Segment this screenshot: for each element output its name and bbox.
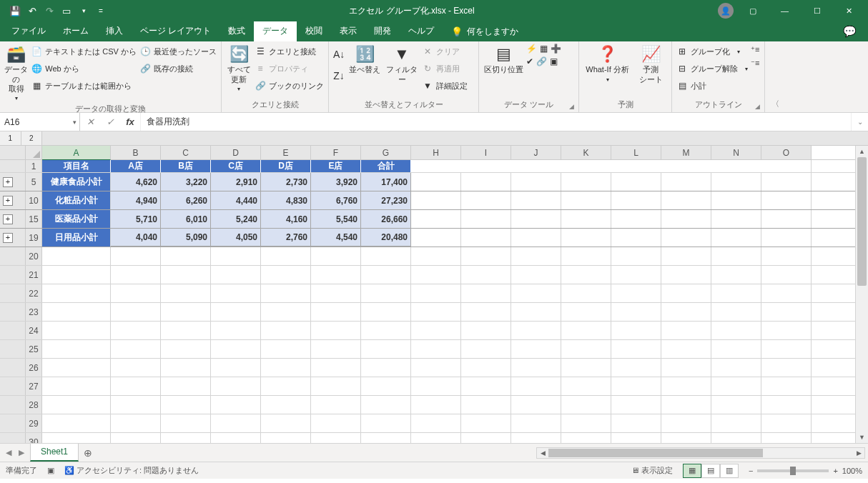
cell[interactable] (561, 173, 611, 191)
expand-group-button[interactable]: + (3, 196, 13, 206)
advanced-filter-button[interactable]: ▼詳細設定 (422, 78, 468, 94)
cell[interactable] (711, 414, 761, 432)
zoom-in-button[interactable]: + (833, 467, 837, 475)
row-header[interactable]: 28 (26, 396, 42, 414)
row-header[interactable]: 1 (26, 160, 42, 172)
cell[interactable] (711, 359, 761, 377)
cell[interactable] (361, 340, 411, 358)
cell[interactable] (561, 266, 611, 284)
cell[interactable] (661, 359, 711, 377)
cell[interactable] (461, 322, 511, 339)
cell[interactable] (561, 160, 611, 172)
cell[interactable] (661, 266, 711, 284)
row-header[interactable]: 19 (26, 229, 42, 247)
cell[interactable] (211, 266, 261, 284)
existing-connections-button[interactable]: 🔗既存の接続 (139, 61, 217, 76)
cell[interactable]: 2,910 (211, 173, 261, 191)
tab-home[interactable]: ホーム (54, 21, 97, 41)
zoom-slider[interactable] (757, 469, 829, 472)
cell[interactable] (261, 377, 311, 395)
cell[interactable] (511, 322, 561, 339)
ungroup-button[interactable]: ⊟グループ解除▾ (676, 61, 748, 76)
cell[interactable] (42, 303, 111, 321)
cell[interactable] (661, 210, 711, 228)
display-settings-button[interactable]: 🖥 表示設定 (631, 465, 673, 476)
cell[interactable] (461, 210, 511, 228)
cell[interactable] (661, 173, 711, 191)
cell[interactable] (361, 284, 411, 302)
maximize-button[interactable]: ☐ (801, 0, 833, 21)
normal-view-button[interactable]: ▦ (683, 464, 701, 478)
cell[interactable] (461, 340, 511, 358)
cell[interactable] (511, 210, 561, 228)
cell[interactable] (211, 322, 261, 339)
cell[interactable] (111, 303, 161, 321)
cell[interactable] (261, 396, 311, 414)
minimize-button[interactable]: — (769, 0, 801, 21)
cell[interactable] (761, 266, 812, 284)
cell[interactable] (161, 322, 211, 339)
cell[interactable] (711, 433, 761, 443)
zoom-knob[interactable] (790, 467, 796, 475)
cell[interactable] (111, 414, 161, 432)
cell[interactable] (161, 377, 211, 395)
tab-view[interactable]: 表示 (331, 21, 365, 41)
cell[interactable] (511, 359, 561, 377)
cell[interactable] (461, 414, 511, 432)
cell[interactable] (561, 414, 611, 432)
expand-group-button[interactable]: + (3, 177, 13, 187)
col-header-m[interactable]: M (661, 146, 711, 159)
cell[interactable] (361, 322, 411, 339)
tab-data[interactable]: データ (254, 21, 297, 41)
tab-insert[interactable]: 挿入 (97, 21, 132, 41)
cell[interactable] (711, 377, 761, 395)
cell[interactable] (261, 303, 311, 321)
cell[interactable] (511, 284, 561, 302)
cell[interactable] (711, 191, 761, 209)
hscroll-thumb[interactable] (548, 449, 763, 457)
collapse-ribbon-button[interactable]: 〈 (765, 41, 785, 112)
cell[interactable] (461, 396, 511, 414)
cell[interactable]: 4,830 (261, 191, 311, 209)
row-header[interactable]: 26 (26, 359, 42, 377)
cell[interactable]: 3,920 (311, 173, 361, 191)
remove-duplicates-icon[interactable]: ▦ (540, 44, 548, 54)
cell[interactable] (161, 303, 211, 321)
cell[interactable] (661, 303, 711, 321)
col-header-c[interactable]: C (161, 146, 211, 159)
forecast-sheet-button[interactable]: 📈 予測 シート (634, 44, 667, 84)
cell[interactable] (361, 359, 411, 377)
cell[interactable] (361, 433, 411, 443)
data-model-icon[interactable]: ▣ (550, 56, 558, 66)
cell[interactable] (611, 284, 661, 302)
cell[interactable] (161, 284, 211, 302)
cell[interactable] (511, 377, 561, 395)
scroll-down-icon[interactable]: ▼ (856, 432, 868, 443)
cell[interactable] (511, 433, 561, 443)
row-header[interactable]: 29 (26, 414, 42, 432)
flash-fill-icon[interactable]: ⚡ (526, 44, 537, 54)
cell[interactable] (311, 396, 361, 414)
col-header-h[interactable]: H (411, 146, 461, 159)
scroll-left-icon[interactable]: ◀ (537, 448, 548, 458)
cell[interactable] (42, 247, 111, 265)
cell[interactable] (361, 377, 411, 395)
cell[interactable] (761, 340, 812, 358)
cell[interactable] (111, 433, 161, 443)
cell[interactable]: 4,620 (111, 173, 161, 191)
cell[interactable] (311, 322, 361, 339)
cell[interactable] (561, 191, 611, 209)
cell[interactable] (611, 266, 661, 284)
cell[interactable] (261, 340, 311, 358)
cell[interactable] (161, 266, 211, 284)
cell[interactable] (261, 414, 311, 432)
formula-input[interactable]: 食器用洗剤 (141, 113, 851, 131)
row-header[interactable]: 23 (26, 303, 42, 321)
col-header-j[interactable]: J (511, 146, 561, 159)
cell[interactable] (42, 433, 111, 443)
cell[interactable] (611, 229, 661, 247)
col-header-e[interactable]: E (261, 146, 311, 159)
col-header-b[interactable]: B (111, 146, 161, 159)
cell[interactable] (311, 303, 361, 321)
cell[interactable] (411, 284, 461, 302)
